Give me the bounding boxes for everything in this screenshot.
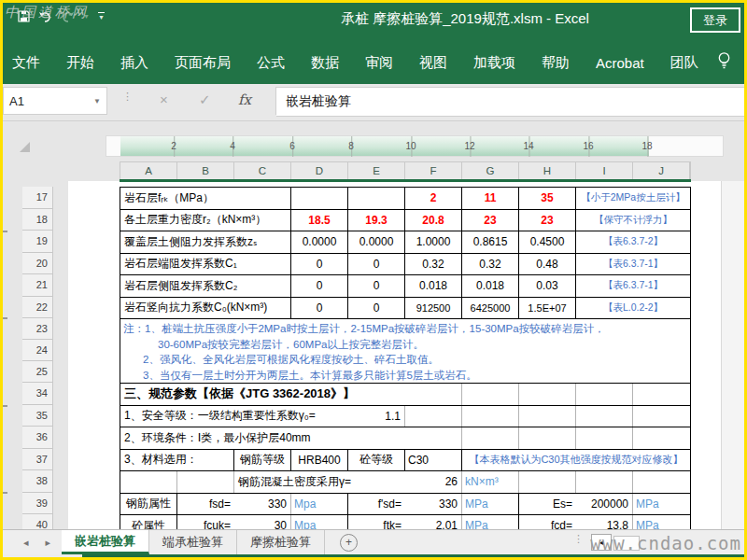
param-value-cell[interactable]: 18.5 xyxy=(291,210,348,231)
sheet-tab-friction[interactable]: 摩擦桩验算 xyxy=(237,530,325,554)
row-header[interactable]: 23 xyxy=(22,318,52,340)
param-value-cell[interactable]: 200000 xyxy=(576,494,633,515)
param-label-cell[interactable]: 岩石层侧阻发挥系数C₂ xyxy=(120,275,291,297)
param-unit-cell[interactable]: Mpa xyxy=(291,494,348,515)
sheet-tab-rock-socketed[interactable]: 嵌岩桩验算 xyxy=(62,530,149,554)
param-value-cell[interactable]: 20.8 xyxy=(405,210,462,231)
ribbon-tab-insert[interactable]: 插入 xyxy=(107,49,162,77)
param-value-cell[interactable]: 6425000 xyxy=(462,298,519,319)
enter-check-icon[interactable]: ✓ xyxy=(199,91,211,108)
row-header[interactable]: 17 xyxy=(22,187,52,209)
param-value-cell[interactable]: 30 xyxy=(234,515,291,529)
empty-cell[interactable] xyxy=(405,427,462,449)
rebar-grade-value-cell[interactable]: HRB400 xyxy=(291,450,348,471)
param-value-cell[interactable]: 0.32 xyxy=(405,254,462,275)
row-header[interactable]: 36 xyxy=(22,427,52,449)
param-value-cell[interactable]: 0 xyxy=(348,298,405,319)
material-note-cell[interactable]: 【本表格默认为C30其他强度按规范对应修改】 xyxy=(462,450,690,471)
material-label-cell[interactable]: 3、材料选用： xyxy=(120,450,234,471)
empty-cell[interactable] xyxy=(633,406,690,427)
param-value-cell[interactable]: 0.018 xyxy=(405,275,462,297)
density-value-cell[interactable]: 26 xyxy=(405,471,462,493)
empty-cell[interactable] xyxy=(519,384,576,405)
row-header[interactable]: 18 xyxy=(22,209,52,231)
param-value-cell[interactable]: 1.0000 xyxy=(405,231,462,253)
param-value-cell[interactable]: 0 xyxy=(348,254,405,275)
row-header[interactable]: 19 xyxy=(22,231,52,253)
empty-cell[interactable] xyxy=(633,384,690,405)
ribbon-tab-help[interactable]: 帮助 xyxy=(529,49,583,77)
row-header[interactable]: 34 xyxy=(22,383,52,405)
empty-cell[interactable] xyxy=(633,471,690,493)
param-value-cell[interactable] xyxy=(348,188,405,209)
param-value-cell[interactable]: 0 xyxy=(291,298,348,319)
ribbon-tab-file[interactable]: 文件 xyxy=(3,49,53,77)
param-name-cell[interactable]: fcuk= xyxy=(177,515,234,529)
empty-cell[interactable] xyxy=(576,471,633,493)
param-name-cell[interactable]: Es= xyxy=(519,494,576,515)
param-value-cell[interactable]: 0 xyxy=(291,254,348,275)
ribbon-tab-home[interactable]: 开始 xyxy=(53,49,107,77)
name-box[interactable]: A1 ▼ xyxy=(3,87,107,115)
param-label-cell[interactable]: 各土层重力密度r₂（kN×m³） xyxy=(120,210,291,231)
param-name-cell[interactable]: ftk= xyxy=(348,515,405,529)
density-unit-cell[interactable]: kN×m³ xyxy=(462,471,519,493)
sign-in-button[interactable]: 登录 xyxy=(690,7,740,33)
param-value-cell[interactable]: 330 xyxy=(405,494,462,515)
param-value-cell[interactable]: 912500 xyxy=(405,298,462,319)
new-sheet-button[interactable]: + xyxy=(340,530,358,554)
section-title-cell[interactable]: 三、规范参数【依据《JTG 3362-2018》】 xyxy=(120,384,405,405)
param-note-cell[interactable]: 【保守不计浮力】 xyxy=(576,210,690,231)
column-header-a[interactable]: A xyxy=(120,162,177,179)
sheet-tab-end-bearing[interactable]: 端承桩验算 xyxy=(149,530,237,554)
tab-scroll-left-icon[interactable]: ◂ xyxy=(23,537,29,549)
row-header[interactable]: 24 xyxy=(22,340,52,361)
param-value-cell[interactable]: 23 xyxy=(462,210,519,231)
empty-cell[interactable] xyxy=(462,427,519,449)
row-header[interactable]: 21 xyxy=(22,274,52,297)
customize-quick-access-icon[interactable]: ▼ xyxy=(98,12,105,21)
column-header-h[interactable]: H xyxy=(519,162,576,179)
ribbon-tab-data[interactable]: 数据 xyxy=(298,49,352,77)
ribbon-tab-page-layout[interactable]: 页面布局 xyxy=(162,49,244,77)
row-header[interactable]: 38 xyxy=(22,470,52,493)
empty-cell[interactable] xyxy=(519,427,576,449)
param-unit-cell[interactable]: MPa xyxy=(633,494,690,515)
safety-grade-value-cell[interactable]: 1.1 xyxy=(348,406,405,427)
param-note-cell[interactable]: 【小于2MPa按土层计】 xyxy=(576,188,690,209)
rebar-grade-label-cell[interactable]: 钢筋等级 xyxy=(234,450,291,471)
column-header-b[interactable]: B xyxy=(177,162,234,179)
column-header-d[interactable]: D xyxy=(291,162,348,179)
row-header[interactable]: 37 xyxy=(22,449,52,471)
row-header[interactable]: 39 xyxy=(22,493,52,515)
density-label-cell[interactable]: 钢筋混凝土密度采用γ= xyxy=(234,471,405,493)
param-label-cell[interactable]: 岩石层端阻发挥系数C₁ xyxy=(120,254,291,275)
param-unit-cell[interactable]: Mpa xyxy=(291,515,348,529)
ribbon-tab-view[interactable]: 视图 xyxy=(406,49,460,77)
column-header-i[interactable]: I xyxy=(576,162,633,179)
vertical-scrollbar[interactable] xyxy=(721,181,744,529)
row-header[interactable]: 40 xyxy=(22,514,52,529)
param-value-cell[interactable]: 13.8 xyxy=(576,515,633,529)
param-value-cell[interactable]: 0.018 xyxy=(462,275,519,297)
param-note-cell[interactable]: 【表6.3.7-2】 xyxy=(576,231,690,253)
tab-scroll-right-icon[interactable]: ▸ xyxy=(46,537,51,549)
rebar-props-label-cell[interactable]: 钢筋属性 xyxy=(120,494,177,515)
empty-cell[interactable] xyxy=(462,406,519,427)
ribbon-tab-acrobat[interactable]: Acrobat xyxy=(583,49,657,77)
column-header-f[interactable]: F xyxy=(405,162,462,179)
param-name-cell[interactable]: fsd= xyxy=(177,494,234,515)
column-header-j[interactable]: J xyxy=(633,162,690,179)
param-value-cell[interactable]: 0.32 xyxy=(462,254,519,275)
param-value-cell[interactable]: 330 xyxy=(234,494,291,515)
empty-cell[interactable] xyxy=(120,471,177,493)
param-value-cell[interactable]: 0.8615 xyxy=(462,231,519,253)
param-note-cell[interactable]: 【表6.3.7-1】 xyxy=(576,275,690,297)
ribbon-tab-addins[interactable]: 加载项 xyxy=(460,49,529,77)
param-note-cell[interactable]: 【表6.3.7-1】 xyxy=(576,254,690,275)
ribbon-tab-team[interactable]: 团队 xyxy=(657,49,712,77)
tell-me-lightbulb-icon[interactable] xyxy=(717,51,731,74)
param-unit-cell[interactable]: MPa xyxy=(462,494,519,515)
param-value-cell[interactable] xyxy=(291,188,348,209)
empty-cell[interactable] xyxy=(576,427,633,449)
